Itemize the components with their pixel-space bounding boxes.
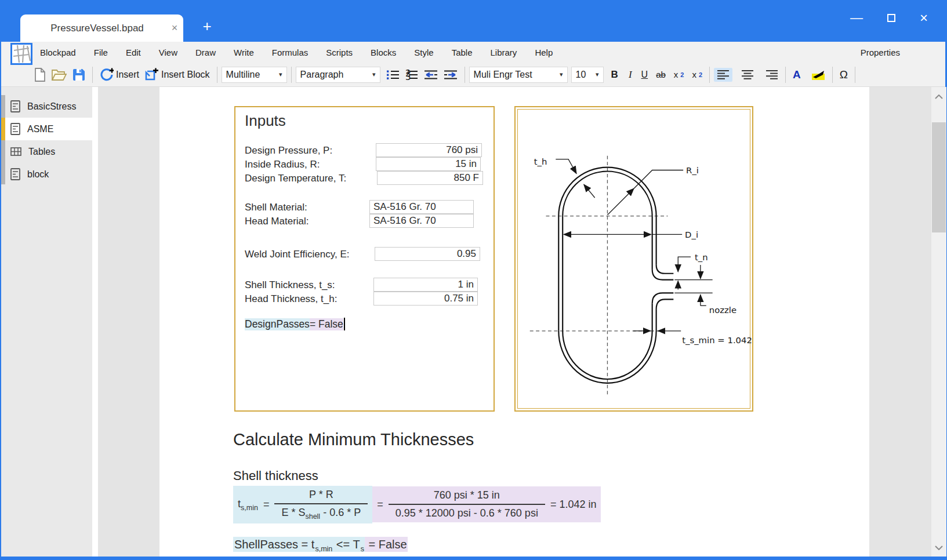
italic-button[interactable]: I	[626, 67, 635, 82]
scroll-up-icon[interactable]	[931, 89, 946, 104]
inputs-block[interactable]: Inputs Design Pressure, P: 760 psi Insid…	[234, 106, 495, 412]
vessel-diagram-block[interactable]: t_h R_i D_i t_n nozzle t_s_min = 1.042 i…	[514, 106, 753, 412]
sidebar-item-asme[interactable]: ASME	[5, 118, 92, 140]
formula-result: = 1.042 in	[550, 499, 597, 511]
font-size-select[interactable]: 10 ▾	[571, 67, 604, 83]
field-label: Shell Thickness, t_s:	[245, 279, 335, 291]
design-temperature-input[interactable]: 850 F	[377, 171, 483, 185]
chevron-down-icon: ▾	[367, 71, 376, 78]
field-label: Head Thickness, t_h:	[245, 293, 337, 305]
field-label: Head Material:	[245, 216, 309, 227]
inside-radius-input[interactable]: 15 in	[376, 157, 481, 171]
open-folder-icon	[52, 68, 67, 81]
align-right-button[interactable]	[763, 68, 781, 82]
document-page[interactable]: Inputs Design Pressure, P: 760 psi Insid…	[159, 87, 869, 557]
label-inside-diameter: D_i	[685, 230, 698, 240]
menu-properties[interactable]: Properties	[861, 42, 900, 63]
document-tab[interactable]: PressureVessel.bpad ×	[20, 14, 183, 42]
field-label: Design Pressure, P:	[245, 145, 332, 157]
menu-formulas[interactable]: Formulas	[272, 48, 309, 57]
insert-button[interactable]: Insert	[97, 66, 142, 83]
chevron-down-icon: ▾	[554, 71, 563, 78]
subscript-button[interactable]: x2	[671, 68, 687, 81]
block-type-select[interactable]: Multiline ▾	[222, 67, 287, 83]
menu-help[interactable]: Help	[535, 48, 553, 57]
font-color-button[interactable]: A	[790, 67, 804, 83]
menu-table[interactable]: Table	[452, 48, 473, 57]
shell-thickness-formula[interactable]: ts,min = P * R E * Sshell - 0.6 * P = 76…	[233, 486, 601, 523]
menu-edit[interactable]: Edit	[126, 48, 141, 57]
menu-blockpad[interactable]: Blockpad	[40, 48, 76, 57]
field-label: Inside Radius, R:	[245, 159, 320, 170]
align-center-icon	[741, 70, 754, 80]
open-file-button[interactable]	[49, 67, 70, 83]
field-label: Weld Joint Efficiency, E:	[245, 249, 349, 260]
document-area: Inputs Design Pressure, P: 760 psi Insid…	[98, 87, 931, 557]
font-family-select[interactable]: Muli Engr Test ▾	[469, 67, 568, 83]
save-button[interactable]	[70, 67, 88, 83]
head-material-input[interactable]: SA-516 Gr. 70	[369, 214, 474, 228]
shell-thickness-input[interactable]: 1 in	[373, 278, 478, 292]
menu-file[interactable]: File	[94, 48, 108, 57]
head-thickness-input[interactable]: 0.75 in	[373, 292, 478, 306]
dimension-lines	[556, 159, 712, 331]
pressure-vessel-drawing: t_h R_i D_i t_n nozzle t_s_min = 1.042 i…	[516, 107, 752, 410]
panel-divider[interactable]	[92, 87, 98, 557]
menu-scripts[interactable]: Scripts	[326, 48, 353, 57]
new-document-icon	[34, 68, 46, 82]
tab-close-icon[interactable]: ×	[166, 22, 183, 34]
insert-block-button[interactable]: Insert Block	[142, 66, 213, 83]
text-cursor	[344, 318, 346, 330]
maximize-button[interactable]	[887, 14, 895, 22]
scrollbar-thumb[interactable]	[932, 122, 946, 232]
design-passes-result[interactable]: DesignPasses = False	[245, 318, 345, 330]
blockpad-window: PressureVessel.bpad × + — × Blockpad Fil…	[0, 0, 947, 560]
strikethrough-button[interactable]: ab	[653, 68, 669, 81]
indent-button[interactable]	[441, 68, 460, 82]
new-tab-button[interactable]: +	[197, 17, 217, 35]
shell-passes-expression: ShellPasses = ts,min <= Ts	[233, 537, 365, 552]
align-center-button[interactable]	[738, 68, 757, 82]
new-document-button[interactable]	[31, 66, 49, 83]
menu-draw[interactable]: Draw	[195, 48, 216, 57]
menu-write[interactable]: Write	[234, 48, 254, 57]
menu-library[interactable]: Library	[491, 48, 517, 57]
field-label: Shell Material:	[245, 202, 307, 213]
block-list-sidebar: BasicStress ASME Tables	[1, 87, 92, 557]
sidebar-item-block[interactable]: block	[5, 163, 92, 186]
menu-blocks[interactable]: Blocks	[371, 48, 396, 57]
bold-button[interactable]: B	[608, 67, 621, 82]
vertical-scrollbar[interactable]	[931, 87, 946, 557]
shell-passes-value: = False	[365, 537, 408, 552]
superscript-button[interactable]: x2	[689, 68, 705, 81]
sidebar-item-tables[interactable]: Tables	[5, 140, 92, 163]
scroll-down-icon[interactable]	[931, 540, 946, 555]
highlight-button[interactable]	[808, 67, 828, 82]
weld-joint-efficiency-input[interactable]: 0.95	[375, 247, 480, 261]
shell-material-input[interactable]: SA-516 Gr. 70	[369, 200, 474, 214]
align-left-icon	[717, 70, 730, 80]
close-button[interactable]: ×	[920, 10, 928, 26]
label-nozzle-thickness: t_n	[695, 252, 708, 263]
special-character-button[interactable]: Ω	[837, 67, 851, 83]
design-pressure-input[interactable]: 760 psi	[376, 143, 482, 157]
outdent-button[interactable]	[421, 68, 441, 82]
save-icon	[72, 68, 85, 81]
label-min-shell-thickness: t_s_min = 1.042 in	[682, 335, 752, 346]
toolbar: Insert Insert Block Multiline ▾ Paragrap…	[1, 63, 945, 87]
table-icon	[10, 147, 21, 156]
numbered-list-button[interactable]: 123	[402, 68, 421, 82]
align-left-button[interactable]	[714, 68, 732, 82]
shell-passes-result[interactable]: ShellPasses = ts,min <= Ts = False	[233, 538, 408, 553]
menu-bar: Blockpad File Edit View Draw Write Formu…	[1, 42, 945, 63]
underline-button[interactable]: U	[638, 68, 651, 82]
label-inside-radius: R_i	[686, 165, 699, 176]
menu-view[interactable]: View	[159, 48, 177, 57]
minimize-button[interactable]: —	[850, 15, 863, 21]
menu-style[interactable]: Style	[414, 48, 433, 57]
sidebar-item-basicstress[interactable]: BasicStress	[5, 95, 92, 118]
bullet-list-button[interactable]	[384, 68, 402, 82]
inputs-title: Inputs	[245, 112, 286, 130]
paragraph-style-select[interactable]: Paragraph ▾	[296, 67, 380, 83]
design-passes-value: = False	[310, 318, 343, 330]
